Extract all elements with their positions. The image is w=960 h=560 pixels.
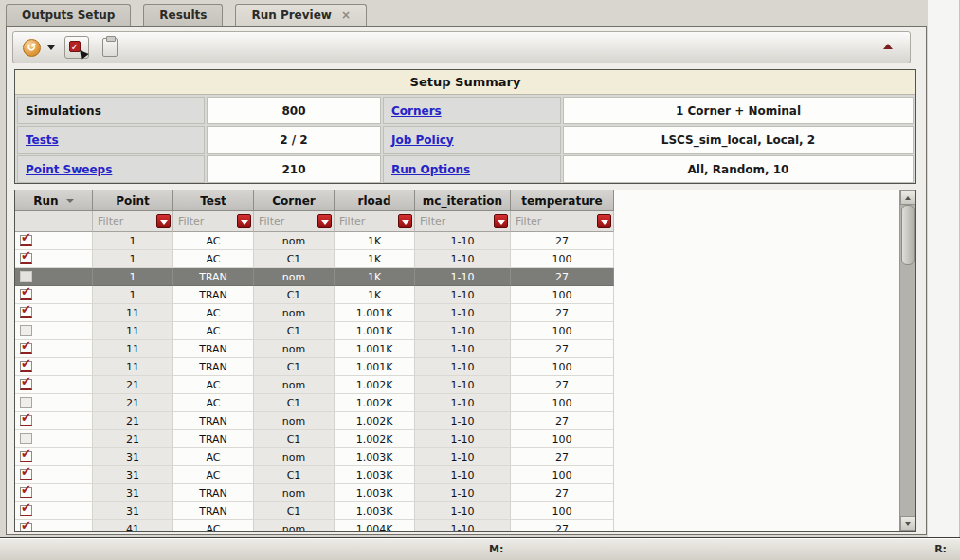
column-header-point[interactable]: Point bbox=[93, 190, 173, 211]
checked-checkbox[interactable] bbox=[20, 505, 32, 516]
cell-corner: C1 bbox=[254, 394, 335, 412]
cell-point: 21 bbox=[93, 394, 173, 412]
point-sweeps-link[interactable]: Point Sweeps bbox=[26, 163, 112, 176]
checked-checkbox[interactable] bbox=[20, 379, 32, 390]
filter-cell-run bbox=[15, 211, 93, 232]
cell-point: 31 bbox=[93, 448, 173, 466]
filter-input[interactable]: Filter bbox=[516, 215, 541, 227]
scroll-up-icon[interactable] bbox=[900, 190, 915, 205]
job-policy-link[interactable]: Job Policy bbox=[391, 134, 454, 147]
unchecked-checkbox[interactable] bbox=[20, 433, 32, 444]
cell-temperature: 27 bbox=[511, 376, 614, 394]
column-header-rload[interactable]: rload bbox=[335, 190, 415, 211]
column-header-run[interactable]: Run bbox=[15, 190, 93, 211]
filter-cell-rload[interactable]: Filter bbox=[335, 211, 415, 232]
column-header-corner[interactable]: Corner bbox=[254, 190, 335, 211]
clipboard-icon[interactable] bbox=[102, 38, 118, 57]
run-cell bbox=[15, 466, 93, 484]
cell-mc-iteration: 1-10 bbox=[415, 394, 511, 412]
run-options-link[interactable]: Run Options bbox=[391, 163, 470, 176]
scrollbar-thumb[interactable] bbox=[901, 205, 915, 265]
unchecked-checkbox[interactable] bbox=[20, 397, 32, 408]
table-row[interactable]: 31TRANnom1.003K1-1027 bbox=[15, 484, 614, 502]
run-cell bbox=[15, 322, 93, 340]
filter-input[interactable]: Filter bbox=[420, 215, 445, 227]
table-row[interactable]: 21ACC11.002K1-10100 bbox=[15, 394, 614, 412]
filter-input[interactable]: Filter bbox=[339, 215, 365, 227]
table-row[interactable]: 11ACC11.001K1-10100 bbox=[15, 322, 614, 340]
tests-link[interactable]: Tests bbox=[26, 134, 59, 147]
filter-dropdown-icon[interactable] bbox=[317, 214, 332, 228]
tab-run-preview[interactable]: Run Preview× bbox=[235, 4, 367, 26]
column-header-label: Corner bbox=[272, 194, 316, 208]
table-row[interactable]: 31ACC11.003K1-10100 bbox=[15, 466, 614, 484]
checked-checkbox[interactable] bbox=[20, 451, 32, 462]
cell-corner: nom bbox=[254, 484, 335, 502]
check-run-button[interactable]: ✓ bbox=[64, 36, 89, 59]
checked-checkbox[interactable] bbox=[20, 235, 32, 246]
filter-dropdown-icon[interactable] bbox=[398, 214, 412, 228]
checked-checkbox[interactable] bbox=[20, 361, 32, 372]
table-row[interactable]: 21TRANnom1.002K1-1027 bbox=[15, 412, 614, 430]
column-header-test[interactable]: Test bbox=[173, 190, 254, 211]
table-row[interactable]: 1ACC11K1-10100 bbox=[15, 250, 614, 268]
checked-checkbox[interactable] bbox=[20, 487, 32, 498]
filter-cell-mc-iteration[interactable]: Filter bbox=[415, 211, 511, 232]
column-header-temperature[interactable]: temperature bbox=[511, 190, 614, 211]
table-row[interactable]: 1TRANnom1K1-1027 bbox=[15, 268, 614, 286]
table-row[interactable]: 11TRANnom1.001K1-1027 bbox=[15, 340, 614, 358]
checked-checkbox[interactable] bbox=[20, 307, 32, 318]
run-options-caret-icon[interactable] bbox=[47, 45, 55, 50]
close-icon[interactable]: × bbox=[341, 10, 351, 20]
table-row[interactable]: 1TRANC11K1-10100 bbox=[15, 286, 614, 304]
table-row[interactable]: 41ACnom1.004K1-1027 bbox=[15, 520, 614, 531]
tab-results[interactable]: Results bbox=[143, 4, 223, 26]
table-row[interactable]: 11ACnom1.001K1-1027 bbox=[15, 304, 614, 322]
cell-mc-iteration: 1-10 bbox=[415, 520, 511, 531]
summary-label: Job Policy bbox=[383, 126, 561, 154]
table-row[interactable]: 1ACnom1K1-1027 bbox=[15, 232, 614, 250]
cell-mc-iteration: 1-10 bbox=[415, 376, 511, 394]
filter-cell-temperature[interactable]: Filter bbox=[511, 211, 614, 232]
cell-corner: nom bbox=[254, 304, 335, 322]
run-cell bbox=[15, 358, 93, 376]
cell-rload: 1K bbox=[335, 250, 415, 268]
cell-mc-iteration: 1-10 bbox=[415, 358, 511, 376]
filter-dropdown-icon[interactable] bbox=[156, 214, 171, 228]
checked-checkbox[interactable] bbox=[20, 289, 32, 300]
filter-input[interactable]: Filter bbox=[259, 215, 284, 227]
tab-outputs-setup[interactable]: Outputs Setup bbox=[6, 4, 131, 26]
table-row[interactable]: 11TRANC11.001K1-10100 bbox=[15, 358, 614, 376]
filter-cell-point[interactable]: Filter bbox=[93, 211, 173, 232]
run-simulation-icon[interactable]: ↺ bbox=[23, 39, 41, 57]
table-row[interactable]: 31TRANC11.003K1-10100 bbox=[15, 502, 614, 520]
filter-cell-corner[interactable]: Filter bbox=[254, 211, 335, 232]
unchecked-checkbox[interactable] bbox=[20, 271, 32, 282]
cell-temperature: 27 bbox=[511, 484, 614, 502]
vertical-scrollbar[interactable] bbox=[899, 190, 915, 531]
cell-point: 1 bbox=[93, 232, 173, 250]
table-row[interactable]: 21ACnom1.002K1-1027 bbox=[15, 376, 614, 394]
cell-point: 31 bbox=[93, 466, 173, 484]
table-row[interactable]: 31ACnom1.003K1-1027 bbox=[15, 448, 614, 466]
table-row[interactable]: 21TRANC11.002K1-10100 bbox=[15, 430, 614, 448]
collapse-toolbar-icon[interactable] bbox=[883, 44, 893, 49]
filter-cell-test[interactable]: Filter bbox=[173, 211, 254, 232]
checked-checkbox[interactable] bbox=[20, 343, 32, 354]
corners-link[interactable]: Corners bbox=[391, 104, 442, 117]
filter-dropdown-icon[interactable] bbox=[494, 214, 508, 228]
filter-input[interactable]: Filter bbox=[98, 215, 123, 227]
scroll-down-icon[interactable] bbox=[900, 516, 915, 531]
checked-checkbox[interactable] bbox=[20, 523, 32, 531]
filter-dropdown-icon[interactable] bbox=[597, 214, 611, 228]
unchecked-checkbox[interactable] bbox=[20, 325, 32, 336]
checked-checkbox[interactable] bbox=[20, 415, 32, 426]
filter-dropdown-icon[interactable] bbox=[237, 214, 251, 228]
cell-test: AC bbox=[173, 394, 254, 412]
filter-input[interactable]: Filter bbox=[178, 215, 204, 227]
cell-test: AC bbox=[173, 232, 254, 250]
checked-checkbox[interactable] bbox=[20, 469, 32, 480]
checked-checkbox[interactable] bbox=[20, 253, 32, 264]
cell-temperature: 100 bbox=[511, 394, 614, 412]
column-header-mc-iteration[interactable]: mc_iteration bbox=[415, 190, 511, 211]
